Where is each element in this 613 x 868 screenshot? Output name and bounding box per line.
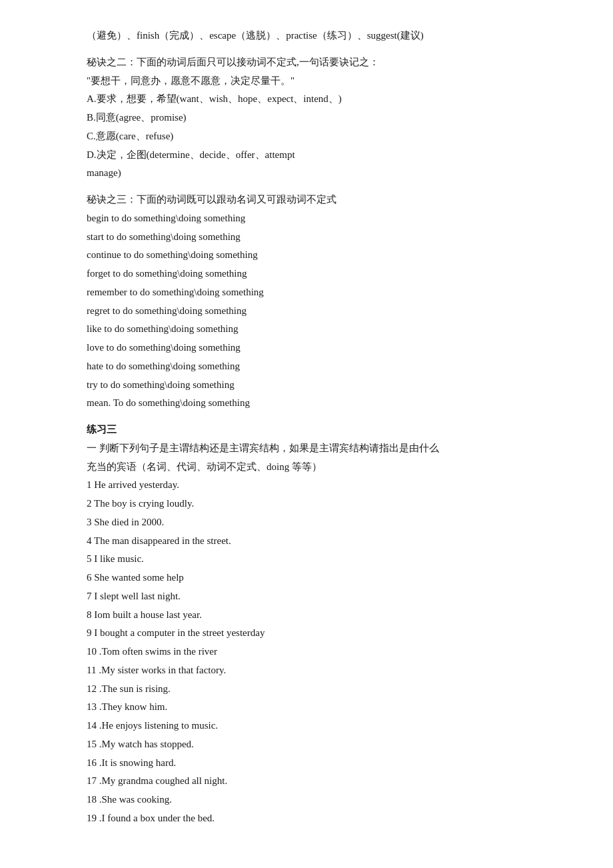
secret3-line11: mean. To do something\doing something (87, 394, 526, 413)
secret2-a: A.要求，想要，希望(want、wish、hope、expect、intend、… (87, 90, 526, 109)
secret2-quote: "要想干，同意办，愿意不愿意，决定尽量干。" (87, 72, 526, 91)
sentence-16: 16 .It is snowing hard. (87, 754, 526, 773)
avoid-line: （避免）、finish（完成）、escape（逃脱）、practise（练习）、… (87, 27, 526, 45)
sentence-7: 7 I slept well last night. (87, 587, 526, 606)
secret3-line4: forget to do something\doing something (87, 265, 526, 283)
secret3-line8: love to do something\doing something (87, 339, 526, 357)
secret2-c: C.意愿(care、refuse) (87, 127, 526, 146)
secret3-line10: try to do something\doing something (87, 376, 526, 395)
sentence-9: 9 I bought a computer in the street yest… (87, 624, 526, 643)
secret3-line6: regret to do something\doing something (87, 302, 526, 321)
secret3-line3: continue to do something\doing something (87, 246, 526, 265)
sentence-13: 13 .They know him. (87, 698, 526, 717)
sentence-17: 17 .My grandma coughed all night. (87, 772, 526, 791)
secret3-line1: begin to do something\doing something (87, 209, 526, 228)
secret2-d2: manage) (87, 164, 526, 183)
ex3-instruction2: 充当的宾语（名词、代词、动词不定式、doing 等等） (87, 458, 526, 477)
sentence-14: 14 .He enjoys listening to music. (87, 717, 526, 735)
secret3-line5: remember to do something\doing something (87, 283, 526, 302)
sentence-8: 8 Iom built a house last year. (87, 606, 526, 625)
exercise3-section: 练习三 一 判断下列句子是主谓结构还是主谓宾结构，如果是主谓宾结构请指出是由什么… (87, 421, 526, 828)
secret2-section: 秘诀之二：下面的动词后面只可以接动词不定式,一句话要诀记之： "要想干，同意办，… (87, 53, 526, 183)
sentence-5: 5 I like music. (87, 550, 526, 569)
sentence-12: 12 .The sun is rising. (87, 680, 526, 699)
secret3-line2: start to do something\doing something (87, 228, 526, 247)
secret2-d1: D.决定，企图(determine、decide、offer、attempt (87, 146, 526, 165)
sentence-15: 15 .My watch has stopped. (87, 735, 526, 754)
sentence-4: 4 The man disappeared in the street. (87, 532, 526, 551)
avoid-section: （避免）、finish（完成）、escape（逃脱）、practise（练习）、… (87, 27, 526, 45)
sentence-1: 1 He arrived yesterday. (87, 476, 526, 495)
page-content: （避免）、finish（完成）、escape（逃脱）、practise（练习）、… (87, 27, 526, 828)
secret3-line9: hate to do something\doing something (87, 357, 526, 376)
sentence-2: 2 The boy is crying loudly. (87, 495, 526, 513)
sentence-11: 11 .My sister works in that factory. (87, 661, 526, 680)
sentence-3: 3 She died in 2000. (87, 513, 526, 532)
secret2-title: 秘诀之二：下面的动词后面只可以接动词不定式,一句话要诀记之： (87, 53, 526, 72)
ex3-title: 练习三 (87, 421, 526, 439)
ex3-instruction1: 一 判断下列句子是主谓结构还是主谓宾结构，如果是主谓宾结构请指出是由什么 (87, 439, 526, 458)
sentence-6: 6 She wanted some help (87, 569, 526, 587)
secret3-section: 秘诀之三：下面的动词既可以跟动名词又可跟动词不定式 begin to do so… (87, 191, 526, 413)
sentence-10: 10 .Tom often swims in the river (87, 643, 526, 661)
secret3-line7: like to do something\doing something (87, 320, 526, 339)
sentence-18: 18 .She was cooking. (87, 791, 526, 809)
secret3-title: 秘诀之三：下面的动词既可以跟动名词又可跟动词不定式 (87, 191, 526, 209)
secret2-b: B.同意(agree、promise) (87, 109, 526, 127)
sentence-19: 19 .I found a box under the bed. (87, 809, 526, 828)
